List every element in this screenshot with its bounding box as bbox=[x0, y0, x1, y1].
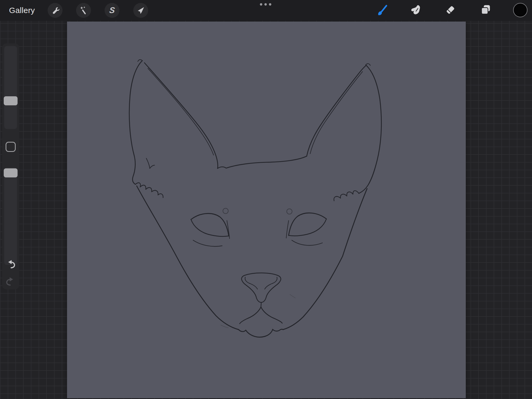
drawing-canvas[interactable] bbox=[67, 22, 466, 398]
artwork-sphynx-cat bbox=[67, 22, 466, 398]
stroke-right-ear-base-folds bbox=[334, 191, 359, 201]
stroke-left-eye-upper-lid bbox=[191, 214, 229, 236]
stroke-sketch-hint-right-cheek bbox=[290, 294, 295, 298]
actions-button[interactable] bbox=[48, 3, 63, 18]
color-swatch-button[interactable] bbox=[513, 3, 527, 17]
stroke-right-jaw bbox=[283, 189, 367, 330]
menu-dot bbox=[260, 3, 262, 6]
stroke-right-brow-dot bbox=[287, 209, 292, 214]
brush-opacity-slider[interactable] bbox=[4, 168, 17, 265]
magic-wand-icon bbox=[79, 6, 88, 15]
canvas-menu-dots[interactable] bbox=[260, 3, 271, 6]
stroke-nose-outline bbox=[242, 273, 281, 302]
stroke-left-ear-outer bbox=[129, 61, 142, 184]
gallery-button[interactable]: Gallery bbox=[9, 0, 35, 21]
stroke-right-eye-under-line bbox=[292, 240, 322, 245]
undo-icon bbox=[5, 266, 16, 270]
stroke-left-ear-fold-spur-a bbox=[146, 158, 150, 168]
stroke-forehead bbox=[218, 156, 307, 168]
stroke-left-ear-inner-rim bbox=[148, 68, 214, 155]
stroke-upper-lip-left bbox=[240, 307, 261, 324]
transform-arrow-icon bbox=[136, 6, 145, 15]
stroke-right-eye-upper-lid bbox=[289, 213, 326, 235]
stroke-left-ear-base-folds bbox=[135, 183, 163, 198]
brush-sidebar bbox=[2, 43, 19, 289]
top-toolbar: Gallery S bbox=[0, 0, 532, 21]
stroke-left-ear-inner bbox=[144, 63, 218, 168]
layers-icon bbox=[480, 4, 492, 17]
brush-size-slider[interactable] bbox=[4, 46, 17, 129]
gallery-label: Gallery bbox=[9, 6, 35, 15]
stroke-upper-lip-right bbox=[261, 307, 282, 323]
stroke-chin-jowls bbox=[239, 329, 283, 337]
redo-icon bbox=[5, 283, 16, 288]
stroke-left-ear-fold-spur-b bbox=[150, 165, 155, 168]
stroke-sketch-hint-left-jowl bbox=[221, 325, 228, 328]
stroke-nose-nostril-right bbox=[265, 277, 277, 289]
wrench-icon bbox=[51, 6, 60, 15]
stroke-right-ear-outer bbox=[359, 65, 381, 193]
stroke-right-ear-inner-rim bbox=[310, 72, 363, 154]
undo-button[interactable] bbox=[5, 259, 16, 269]
modify-button[interactable] bbox=[6, 142, 16, 152]
redo-button[interactable] bbox=[5, 276, 16, 287]
stroke-left-jaw bbox=[137, 186, 239, 330]
selection-s-icon: S bbox=[109, 6, 115, 15]
smudge-finger-icon bbox=[410, 4, 422, 17]
paint-tool-button[interactable] bbox=[376, 3, 389, 17]
selection-button[interactable]: S bbox=[105, 3, 119, 18]
stroke-right-eye-lower-lid bbox=[289, 219, 326, 236]
paintbrush-icon bbox=[376, 4, 389, 17]
menu-dot bbox=[264, 3, 267, 6]
layers-button[interactable] bbox=[479, 3, 493, 17]
stroke-left-eye-under-line bbox=[193, 240, 222, 246]
stroke-right-ear-inner bbox=[307, 66, 366, 156]
brush-opacity-slider-handle[interactable] bbox=[4, 168, 18, 177]
stroke-philtrum bbox=[261, 302, 261, 307]
stroke-left-eye-lower-lid bbox=[191, 219, 229, 236]
menu-dot bbox=[269, 3, 271, 6]
adjustments-button[interactable] bbox=[76, 3, 91, 18]
stroke-nose-nostril-left bbox=[245, 277, 257, 289]
stroke-left-brow-dot bbox=[223, 208, 228, 214]
transform-button[interactable] bbox=[133, 3, 148, 18]
brush-size-slider-handle[interactable] bbox=[4, 96, 18, 105]
smudge-tool-button[interactable] bbox=[409, 3, 423, 17]
eraser-tool-button[interactable] bbox=[443, 3, 457, 17]
eraser-icon bbox=[444, 4, 456, 17]
